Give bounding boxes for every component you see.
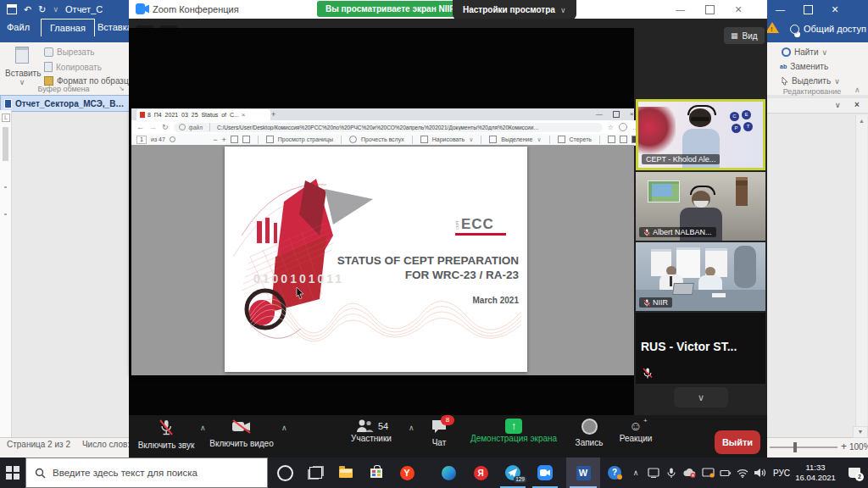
help-tray-button[interactable]: ? — [604, 458, 626, 488]
mute-button[interactable]: Включить звук — [136, 419, 197, 450]
browser-maximize-button[interactable] — [613, 111, 620, 118]
new-tab-button[interactable]: + — [271, 110, 275, 119]
taskbar-search-input[interactable]: Введите здесь текст для поиска — [25, 458, 268, 488]
browser-close-button[interactable]: × — [630, 110, 634, 118]
back-icon[interactable]: ← — [136, 123, 144, 131]
find-button[interactable]: Найти ∨ — [782, 47, 827, 57]
zoom-minimize-button[interactable]: — — [676, 4, 685, 14]
replace-button[interactable]: ab Заменить — [780, 62, 828, 71]
read-aloud-label[interactable]: Прочесть вслух — [361, 136, 404, 142]
cut-button[interactable]: Вырезать — [44, 47, 94, 57]
participant-video-niir[interactable]: NIIR — [636, 242, 765, 311]
store-button[interactable] — [361, 458, 392, 488]
document-tab[interactable]: Отчет_Сектора_МСЭ,_ВПС_ — [0, 95, 134, 112]
zoom-in-icon[interactable]: + — [841, 441, 847, 452]
edge-button[interactable] — [432, 458, 465, 488]
participants-button[interactable]: 54 Участники — [337, 419, 405, 443]
site-info-icon[interactable] — [179, 124, 186, 130]
ribbon-collapse-icon[interactable]: ∧ — [854, 86, 860, 94]
power-tray-button[interactable] — [717, 458, 734, 488]
scrollbar[interactable]: ▲ — [855, 115, 867, 429]
mic-tray-button[interactable] — [663, 458, 680, 488]
erase-label[interactable]: Стереть — [570, 136, 592, 142]
reactions-button[interactable]: ☺ + Реакции — [612, 419, 659, 443]
refresh-icon[interactable]: ↻ — [162, 123, 169, 131]
video-button[interactable]: Включить видео — [207, 419, 276, 448]
paste-button[interactable]: Вставить ∨ — [5, 46, 39, 88]
browser-tab[interactable]: 8_П4_2021_03_25_Status_of_C... × — [136, 109, 270, 120]
word-close-button[interactable]: × — [832, 3, 838, 16]
yandex-browser-button[interactable]: Y — [392, 458, 422, 488]
tab-insert[interactable]: Вставка — [97, 22, 132, 32]
page-view-label[interactable]: Просмотр страницы — [278, 136, 333, 142]
start-button[interactable] — [0, 458, 25, 488]
tab-home[interactable]: Главная — [41, 19, 95, 36]
word-maximize-button[interactable] — [804, 5, 813, 14]
action-center-button[interactable]: 2 — [841, 458, 868, 488]
participant-video-cept[interactable]: C E P T CEPT - Kholod Ale... — [636, 99, 765, 170]
pdf-fit-icon[interactable] — [242, 136, 250, 143]
browser-minimize-button[interactable]: — — [596, 110, 603, 118]
file-explorer-button[interactable] — [331, 458, 361, 488]
word-taskbar-button[interactable]: W — [566, 458, 600, 488]
tab-close-icon[interactable]: × — [242, 111, 246, 119]
print-icon[interactable] — [608, 136, 615, 143]
wifi-tray-button[interactable] — [734, 458, 751, 488]
view-settings-button[interactable]: Настройки просмотра ∨ — [453, 0, 576, 19]
video-options-caret[interactable]: ∧ — [281, 424, 287, 432]
draw-label[interactable]: Нарисовать — [432, 136, 465, 142]
telegram-button[interactable]: 129 — [497, 458, 529, 488]
pane-close-icon[interactable]: × — [854, 100, 860, 109]
pane-menu-icon[interactable]: ∨ — [835, 101, 841, 109]
mute-options-caret[interactable]: ∧ — [200, 424, 206, 432]
zoom-close-button[interactable]: × — [735, 3, 742, 16]
profile-icon[interactable] — [619, 123, 627, 131]
url-box[interactable]: файл C:/Users/User/Desktop/Комиссия%20РС… — [174, 123, 603, 132]
zoom-maximize-button[interactable] — [705, 5, 715, 14]
participant-video-albert[interactable]: Albert NALBAN... — [636, 172, 765, 241]
tray-expand-button[interactable]: ∧ — [627, 458, 644, 488]
video-panel-scroll-button[interactable]: ∨ — [674, 387, 728, 408]
clock[interactable]: 11:33 16.04.2021 — [793, 458, 837, 488]
volume-tray-button[interactable] — [751, 458, 770, 488]
task-view-button[interactable] — [300, 458, 331, 488]
pdf-zoom-out-icon[interactable]: − — [213, 136, 217, 144]
chat-button[interactable]: 8 Чат — [420, 419, 458, 447]
forward-icon[interactable]: → — [149, 123, 157, 131]
undo-icon[interactable]: ↶ — [24, 4, 31, 15]
favorite-icon[interactable]: ☆ — [608, 124, 614, 131]
zoom-taskbar-button[interactable] — [529, 458, 561, 488]
leave-button[interactable]: Выйти — [715, 430, 760, 454]
copy-button[interactable]: Копировать — [44, 62, 102, 72]
tablet-mode-button[interactable] — [644, 458, 663, 488]
scroll-up-icon[interactable]: ▲ — [856, 115, 867, 124]
language-indicator[interactable]: РУС — [770, 458, 793, 488]
scroll-next-button[interactable]: ▼ — [853, 426, 868, 438]
pdf-search-icon[interactable] — [170, 136, 175, 142]
status-page[interactable]: Страница 2 из 2 — [7, 440, 70, 449]
pdf-rotate-icon[interactable] — [231, 136, 238, 143]
tab-selector[interactable]: L — [2, 114, 10, 122]
quickaccess-more-icon[interactable]: ∨ — [53, 5, 58, 14]
word-minimize-button[interactable]: — — [776, 4, 785, 14]
zoom-slider-track[interactable] — [770, 446, 837, 448]
zoom-level[interactable]: 100% — [849, 442, 868, 452]
tab-file[interactable]: Файл — [7, 22, 30, 32]
redo-icon[interactable]: ↻ — [38, 4, 46, 15]
save-pdf-icon[interactable] — [620, 136, 627, 143]
pdf-zoom-in-icon[interactable]: + — [221, 136, 225, 144]
save-icon[interactable] — [7, 4, 17, 14]
yandex-app-button[interactable]: Я — [465, 458, 497, 488]
share-screen-button[interactable]: ↑ Демонстрация экрана — [461, 419, 566, 443]
cast-tray-button[interactable] — [698, 458, 717, 488]
highlight-label[interactable]: Выделение — [501, 136, 532, 142]
share-button[interactable]: Общий доступ — [790, 24, 866, 34]
participants-options-caret[interactable]: ∧ — [409, 424, 415, 432]
record-button[interactable]: Запись — [568, 419, 610, 447]
clipboard-dialog-launcher[interactable]: ↘ — [119, 85, 125, 92]
view-button[interactable]: ▦ Вид — [724, 27, 765, 44]
cortana-button[interactable] — [270, 458, 300, 488]
zoom-slider-thumb[interactable] — [793, 442, 797, 452]
pdf-page-input[interactable]: 1 — [136, 136, 147, 144]
select-button[interactable]: Выделить ∨ — [782, 76, 840, 86]
